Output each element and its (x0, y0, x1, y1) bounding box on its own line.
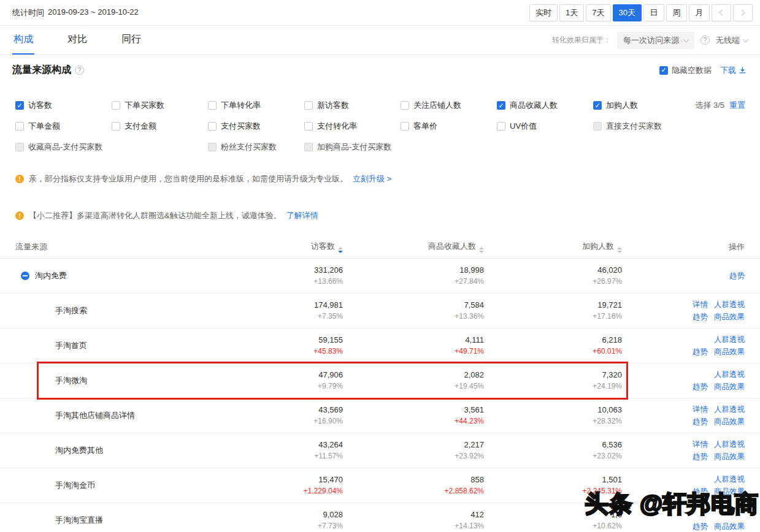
checkbox-icon[interactable] (15, 101, 24, 110)
metric-label: 下单转化率 (221, 100, 261, 111)
op-trend-link[interactable]: 趋势 (693, 313, 708, 321)
hide-empty-checkbox[interactable] (659, 66, 668, 75)
op-detail-link[interactable]: 详情 (693, 440, 708, 449)
checkbox-icon[interactable] (497, 101, 505, 110)
checkbox-icon[interactable] (208, 101, 217, 110)
op-audience-link[interactable]: 人群透视 (714, 405, 745, 414)
checkbox-icon[interactable] (497, 122, 505, 131)
visitors-value: 9,028 (257, 509, 343, 520)
tab-peers[interactable]: 同行 (120, 26, 142, 55)
attribution-help-icon[interactable]: ? (701, 36, 710, 45)
metric-order-buyers[interactable]: 下单买家数 (112, 100, 208, 111)
metric-order-amount[interactable]: 下单金额 (15, 121, 112, 132)
op-product-effect-link[interactable]: 商品效果 (714, 382, 745, 391)
prev-period-button[interactable] (712, 4, 731, 21)
metric-uv-value[interactable]: UV价值 (497, 121, 593, 132)
col-header-visitors[interactable]: 访客数 (257, 241, 343, 253)
collectors-value: 3,561 (343, 405, 484, 416)
op-trend-link[interactable]: 趋势 (693, 348, 708, 356)
collapse-icon[interactable] (21, 272, 29, 280)
checkbox-icon[interactable] (112, 122, 120, 131)
checkbox-icon[interactable] (208, 122, 217, 131)
reset-link[interactable]: 重置 (729, 101, 745, 110)
metric-new-visitors[interactable]: 新访客数 (304, 100, 401, 111)
col-header-cart-adders[interactable]: 加购人数 (484, 241, 622, 253)
table-row: 淘内免费其他 43,264+11.57% 2,217+23.92% 6,536+… (0, 433, 760, 468)
checkbox-icon[interactable] (112, 101, 120, 110)
toutiao-watermark: 头条 @轩邦电商 (585, 488, 759, 520)
op-audience-link[interactable]: 人群透视 (714, 300, 745, 309)
sort-icon[interactable] (479, 247, 484, 253)
period-selector: 实时 1天 7天 30天 日 周 月 (529, 4, 753, 21)
op-trend-link[interactable]: 趋势 (693, 417, 708, 426)
upgrade-now-link[interactable]: 立刻升级 > (353, 173, 391, 184)
op-detail-link[interactable]: 详情 (693, 405, 708, 414)
period-week-button[interactable]: 周 (666, 4, 687, 21)
metric-fan-pay-buyers: 粉丝支付买家数 (208, 142, 304, 153)
checkbox-icon[interactable] (593, 101, 602, 110)
tab-compare[interactable]: 对比 (66, 26, 88, 55)
attribution-select[interactable]: 每一次访问来源 (617, 32, 694, 49)
metric-label: UV价值 (510, 121, 537, 132)
tab-composition[interactable]: 构成 (12, 26, 34, 55)
op-audience-link[interactable]: 人群透视 (714, 440, 745, 449)
source-name: 手淘微淘 (15, 375, 257, 386)
hide-empty-toggle[interactable]: 隐藏空数据 (659, 65, 712, 76)
table-header-row: 流量来源 访客数 商品收藏人数 加购人数 操作 (0, 236, 760, 259)
metric-cart-adders[interactable]: 加购人数 (593, 100, 689, 111)
op-product-effect-link[interactable]: 商品效果 (714, 417, 745, 426)
metric-checkbox-grid: 访客数 下单买家数 下单转化率 新访客数 关注店铺人数 商品收藏人数 加购人数 … (15, 100, 760, 153)
period-30d-button[interactable]: 30天 (613, 4, 642, 21)
metric-pay-cvr[interactable]: 支付转化率 (304, 121, 401, 132)
op-trend-link[interactable]: 趋势 (693, 382, 708, 391)
op-trend-link[interactable]: 趋势 (693, 522, 708, 531)
col-header-ops: 操作 (622, 241, 745, 253)
learn-more-link[interactable]: 了解详情 (286, 210, 318, 221)
sort-icon[interactable] (338, 247, 343, 253)
checkbox-icon[interactable] (15, 122, 24, 131)
checkbox-icon[interactable] (304, 101, 313, 110)
period-month-button[interactable]: 月 (689, 4, 710, 21)
period-1d-button[interactable]: 1天 (559, 4, 584, 21)
checkbox-icon (15, 143, 24, 151)
col-header-collectors[interactable]: 商品收藏人数 (343, 241, 484, 253)
op-product-effect-link[interactable]: 商品效果 (714, 522, 745, 531)
period-day-button[interactable]: 日 (643, 4, 664, 21)
op-product-effect-link[interactable]: 商品效果 (714, 348, 745, 356)
tabs: 构成 对比 同行 (12, 26, 142, 55)
visitors-value: 59,155 (257, 335, 343, 346)
metric-order-cvr[interactable]: 下单转化率 (208, 100, 304, 111)
period-7d-button[interactable]: 7天 (586, 4, 610, 21)
sort-icon[interactable] (617, 247, 622, 253)
metric-pay-buyers[interactable]: 支付买家数 (208, 121, 304, 132)
checkbox-icon[interactable] (401, 122, 409, 131)
download-link[interactable]: 下载 (720, 65, 747, 76)
upgrade-notice-text: 亲，部分指标仅支持专业版用户使用，您当前使用的是标准版，如需使用请升级为专业版。 (29, 173, 348, 184)
metric-avg-order-value[interactable]: 客单价 (401, 121, 497, 132)
op-trend-link[interactable]: 趋势 (693, 452, 708, 461)
metric-item-collectors[interactable]: 商品收藏人数 (497, 100, 593, 111)
visitors-value: 174,981 (257, 300, 343, 311)
next-period-button[interactable] (733, 4, 753, 21)
table-row-highlighted: 手淘微淘 47,906+9.79% 2,082+19.45% 7,320+24.… (0, 363, 760, 398)
op-detail-link[interactable]: 详情 (693, 300, 708, 309)
terminal-select[interactable]: 无线端 (716, 35, 748, 46)
metric-shop-followers[interactable]: 关注店铺人数 (401, 100, 497, 111)
checkbox-icon[interactable] (401, 101, 409, 110)
period-realtime-button[interactable]: 实时 (529, 4, 558, 21)
source-name: 手淘首页 (15, 340, 257, 351)
metric-label: 支付转化率 (317, 121, 357, 132)
op-product-effect-link[interactable]: 商品效果 (714, 313, 745, 321)
metric-pay-amount[interactable]: 支付金额 (112, 121, 208, 132)
visitors-value: 331,206 (257, 265, 343, 276)
op-audience-link[interactable]: 人群透视 (714, 370, 745, 379)
checkbox-icon[interactable] (304, 122, 313, 131)
op-product-effect-link[interactable]: 商品效果 (714, 452, 745, 461)
op-audience-link[interactable]: 人群透视 (714, 475, 745, 484)
stat-time: 统计时间 2019-09-23 ~ 2019-10-22 (12, 7, 139, 18)
section-help-icon[interactable]: ? (75, 66, 84, 75)
op-trend-link[interactable]: 趋势 (729, 272, 745, 280)
op-audience-link[interactable]: 人群透视 (714, 335, 745, 344)
source-name: 淘内免费 (35, 270, 67, 281)
metric-visitors[interactable]: 访客数 (15, 100, 112, 111)
